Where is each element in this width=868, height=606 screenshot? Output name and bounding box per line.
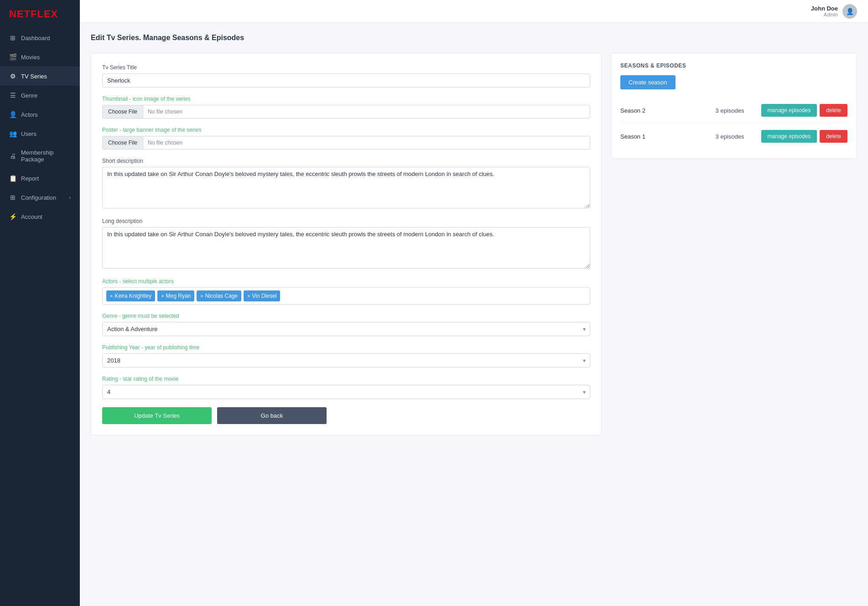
delete-season-btn[interactable]: delete xyxy=(820,130,847,143)
season-episodes: 3 episodes xyxy=(716,133,761,140)
remove-tag-icon[interactable]: × xyxy=(247,293,250,299)
actors-tags-input[interactable]: × Keira Knightley× Meg Ryan× Nicolas Cag… xyxy=(102,287,590,305)
year-select-wrapper: 201520162017201820192020202120222023 xyxy=(102,353,590,368)
thumbnail-no-file: No file chosen xyxy=(143,105,590,118)
account-icon: ⚡ xyxy=(9,213,16,220)
thumbnail-choose-btn[interactable]: Choose File xyxy=(103,105,143,118)
topbar-avatar: 👤 xyxy=(842,4,857,19)
sidebar-label-users: Users xyxy=(21,130,71,137)
season-episodes: 3 episodes xyxy=(716,107,761,114)
long-desc-label: Long description xyxy=(102,218,590,224)
genre-select-wrapper: Action & AdventureDramaComedyHorrorSci-F… xyxy=(102,322,590,336)
title-label: Tv Series Title xyxy=(102,64,590,71)
short-desc-label: Short description xyxy=(102,158,590,164)
poster-no-file: No file chosen xyxy=(143,136,590,149)
manage-episodes-btn[interactable]: manage episodes xyxy=(761,104,817,117)
membership-icon: 🖨 xyxy=(9,152,16,160)
poster-choose-btn[interactable]: Choose File xyxy=(103,136,143,149)
configuration-icon: ⊞ xyxy=(9,194,16,201)
sidebar-nav: ⊞ Dashboard 🎬 Movies ⚙ TV Series ☰ Genre… xyxy=(0,28,80,606)
season-row: Season 1 3 episodes manage episodes dele… xyxy=(620,124,847,149)
form-group-short-desc: Short description xyxy=(102,158,590,210)
poster-label: Poster - large banner image of the serie… xyxy=(102,127,590,133)
sidebar-item-actors[interactable]: 👤 Actors xyxy=(0,105,80,124)
rating-label: Rating - star rating of the movie xyxy=(102,376,590,382)
manage-episodes-btn[interactable]: manage episodes xyxy=(761,130,817,143)
year-label: Publishing Year - year of publishing tim… xyxy=(102,344,590,351)
title-input[interactable] xyxy=(102,73,590,88)
long-desc-textarea[interactable] xyxy=(102,227,590,269)
rating-select[interactable]: 12345 xyxy=(102,385,590,399)
sidebar-item-membership[interactable]: 🖨 Membership Package xyxy=(0,143,80,169)
sidebar-item-users[interactable]: 👥 Users xyxy=(0,124,80,143)
actor-tag[interactable]: × Meg Ryan xyxy=(157,290,194,301)
form-group-actors: Actors - select multiple actors × Keira … xyxy=(102,278,590,305)
thumbnail-label: Thumbnail - icon image of the series xyxy=(102,96,590,102)
topbar: John Doe Admin 👤 xyxy=(80,0,868,23)
sidebar-label-account: Account xyxy=(21,213,71,220)
main-wrapper: John Doe Admin 👤 Edit Tv Series. Manage … xyxy=(80,0,868,606)
topbar-role: Admin xyxy=(811,12,838,17)
movies-icon: 🎬 xyxy=(9,53,16,61)
sidebar-label-dashboard: Dashboard xyxy=(21,35,71,41)
sidebar-label-tv-series: TV Series xyxy=(21,73,71,80)
actor-tag[interactable]: × Keira Knightley xyxy=(106,290,155,301)
genre-select[interactable]: Action & AdventureDramaComedyHorrorSci-F… xyxy=(102,322,590,336)
sidebar-label-membership: Membership Package xyxy=(21,149,71,163)
form-group-year: Publishing Year - year of publishing tim… xyxy=(102,344,590,368)
form-group-thumbnail: Thumbnail - icon image of the series Cho… xyxy=(102,96,590,119)
season-row: Season 2 3 episodes manage episodes dele… xyxy=(620,98,847,124)
form-group-long-desc: Long description xyxy=(102,218,590,270)
form-group-rating: Rating - star rating of the movie 12345 xyxy=(102,376,590,399)
sidebar-item-tv-series[interactable]: ⚙ TV Series xyxy=(0,67,80,86)
remove-tag-icon[interactable]: × xyxy=(200,293,203,299)
chevron-icon: › xyxy=(69,195,71,200)
rating-select-wrapper: 12345 xyxy=(102,385,590,399)
sidebar-item-account[interactable]: ⚡ Account xyxy=(0,207,80,226)
delete-season-btn[interactable]: delete xyxy=(820,104,847,117)
sidebar-label-configuration: Configuration xyxy=(21,194,64,201)
sidebar-item-report[interactable]: 📋 Report xyxy=(0,169,80,188)
sidebar-label-report: Report xyxy=(21,175,71,182)
sidebar: NETFLEX ⊞ Dashboard 🎬 Movies ⚙ TV Series… xyxy=(0,0,80,606)
actor-tag[interactable]: × Nicolas Cage xyxy=(197,290,241,301)
season-name: Season 2 xyxy=(620,107,716,114)
dashboard-icon: ⊞ xyxy=(9,34,16,41)
back-btn[interactable]: Go back xyxy=(217,407,327,424)
form-group-genre: Genre - genre must be selected Action & … xyxy=(102,313,590,336)
seasons-panel: SEASONS & EPISODES Create season Season … xyxy=(611,53,857,159)
sidebar-label-genre: Genre xyxy=(21,92,71,99)
content-area: Edit Tv Series. Manage Seasons & Episode… xyxy=(80,23,868,606)
year-select[interactable]: 201520162017201820192020202120222023 xyxy=(102,353,590,368)
genre-label: Genre - genre must be selected xyxy=(102,313,590,319)
season-name: Season 1 xyxy=(620,133,716,140)
report-icon: 📋 xyxy=(9,175,16,182)
users-icon: 👥 xyxy=(9,130,16,137)
app-logo: NETFLEX xyxy=(0,0,80,28)
form-group-title: Tv Series Title xyxy=(102,64,590,88)
genre-icon: ☰ xyxy=(9,92,16,99)
thumbnail-file-input: Choose File No file chosen xyxy=(102,105,590,119)
short-desc-textarea[interactable] xyxy=(102,167,590,208)
remove-tag-icon[interactable]: × xyxy=(161,293,164,299)
sidebar-item-genre[interactable]: ☰ Genre xyxy=(0,86,80,105)
form-group-poster: Poster - large banner image of the serie… xyxy=(102,127,590,150)
sidebar-item-configuration[interactable]: ⊞ Configuration › xyxy=(0,188,80,207)
topbar-username: John Doe xyxy=(811,5,838,12)
sidebar-item-movies[interactable]: 🎬 Movies xyxy=(0,47,80,67)
actors-label: Actors - select multiple actors xyxy=(102,278,590,285)
remove-tag-icon[interactable]: × xyxy=(110,293,113,299)
two-col-layout: Tv Series Title Thumbnail - icon image o… xyxy=(91,53,857,435)
sidebar-label-actors: Actors xyxy=(21,111,71,118)
topbar-user-info: John Doe Admin xyxy=(811,5,838,17)
poster-file-input: Choose File No file chosen xyxy=(102,136,590,150)
form-actions: Update Tv Series Go back xyxy=(102,407,590,424)
seasons-title: SEASONS & EPISODES xyxy=(620,62,847,69)
actor-tag[interactable]: × Vin Diesel xyxy=(244,290,280,301)
update-btn[interactable]: Update Tv Series xyxy=(102,407,212,424)
actors-icon: 👤 xyxy=(9,111,16,118)
sidebar-label-movies: Movies xyxy=(21,54,71,61)
create-season-btn[interactable]: Create season xyxy=(620,75,676,89)
sidebar-item-dashboard[interactable]: ⊞ Dashboard xyxy=(0,28,80,47)
tv-series-icon: ⚙ xyxy=(9,73,16,80)
